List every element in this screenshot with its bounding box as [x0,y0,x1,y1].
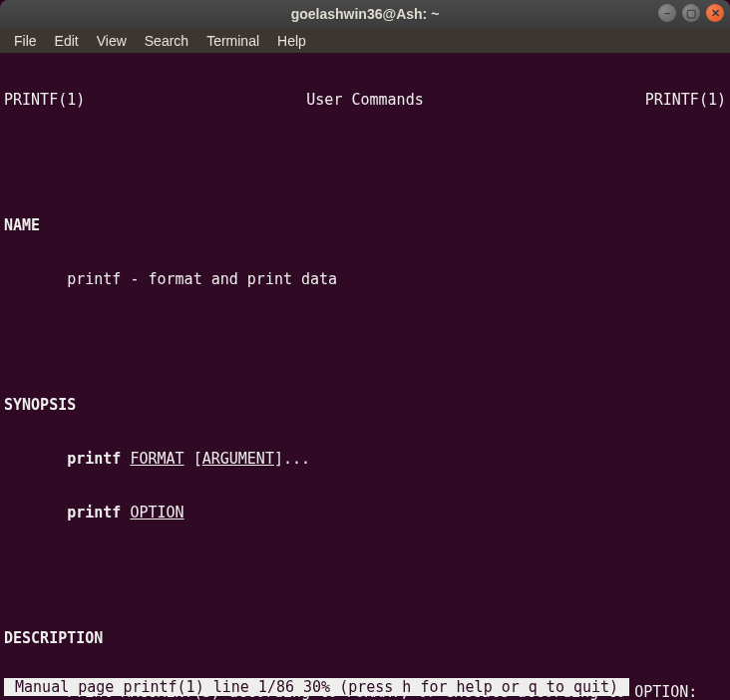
man-status-line: Manual page printf(1) line 1/86 30% (pre… [4,678,629,696]
synopsis-cmd: printf [67,450,121,468]
menu-help[interactable]: Help [269,31,314,51]
blank-line [4,324,726,342]
maximize-icon[interactable]: ▢ [682,4,700,22]
menu-file[interactable]: File [6,31,45,51]
man-header-left: PRINTF(1) [4,91,85,109]
section-name-heading: NAME [4,216,726,234]
menu-search[interactable]: Search [137,31,196,51]
section-description-heading: DESCRIPTION [4,629,726,647]
window-titlebar: goelashwin36@Ash: ~ – ▢ ✕ [0,0,730,28]
bracket-close: ]... [274,450,310,468]
menubar: File Edit View Search Terminal Help [0,28,730,53]
man-header-right: PRINTF(1) [645,91,726,109]
minimize-icon[interactable]: – [658,4,676,22]
synopsis-cmd: printf [67,504,121,522]
synopsis-line-2: printf OPTION [4,504,726,522]
synopsis-arg-argument: ARGUMENT [202,450,274,468]
bracket-open: [ [184,450,202,468]
window-controls: – ▢ ✕ [658,4,724,22]
man-header-center: User Commands [85,91,644,109]
blank-line [4,557,726,575]
synopsis-arg-format: FORMAT [130,450,183,468]
window-title: goelashwin36@Ash: ~ [0,6,730,22]
man-header: PRINTF(1) User Commands PRINTF(1) [4,91,726,109]
close-icon[interactable]: ✕ [706,4,724,22]
blank-line [4,145,726,163]
menu-edit[interactable]: Edit [47,31,87,51]
synopsis-arg-option: OPTION [130,504,183,522]
terminal-viewport[interactable]: PRINTF(1) User Commands PRINTF(1) NAME p… [0,53,730,700]
section-synopsis-heading: SYNOPSIS [4,396,726,414]
section-name-text: printf - format and print data [4,270,726,288]
menu-view[interactable]: View [89,31,135,51]
synopsis-line-1: printf FORMAT [ARGUMENT]... [4,450,726,468]
menu-terminal[interactable]: Terminal [198,31,267,51]
